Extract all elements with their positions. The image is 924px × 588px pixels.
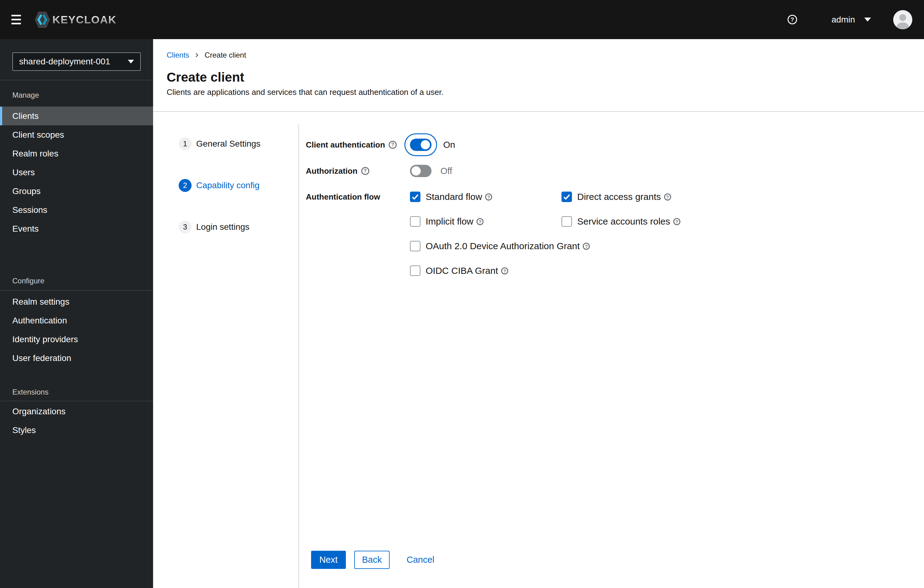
toggle-knob	[411, 166, 421, 175]
sidebar-divider	[0, 401, 153, 401]
user-dropdown[interactable]: admin	[832, 15, 871, 25]
client-authentication-toggle[interactable]	[410, 139, 432, 151]
toggle-knob	[421, 140, 430, 149]
back-button[interactable]: Back	[354, 551, 389, 569]
chevron-down-icon	[864, 18, 871, 21]
breadcrumb-clients-link[interactable]: Clients	[167, 51, 189, 59]
help-icon[interactable]: ?	[583, 243, 590, 250]
checkbox-box[interactable]	[410, 192, 421, 202]
help-icon[interactable]: ?	[485, 193, 492, 200]
realm-selector[interactable]: shared-deployment-001	[12, 52, 141, 71]
help-icon[interactable]: ?	[664, 193, 671, 200]
step-number-badge: 1	[179, 137, 191, 150]
page-description: Clients are applications and services th…	[167, 88, 924, 96]
menu-toggle-icon[interactable]	[12, 15, 21, 24]
sidebar-section-configure: Configure	[0, 276, 153, 286]
avatar-person-icon	[893, 10, 912, 29]
help-icon[interactable]: ?	[361, 167, 369, 175]
sidebar-section-extensions: Extensions	[0, 388, 153, 397]
wizard-step-capability-config[interactable]: 2 Capability config	[179, 178, 299, 193]
wizard-step-login-settings[interactable]: 3 Login settings	[179, 220, 299, 235]
brand-wordmark: KEYCLOAK	[52, 13, 116, 26]
checkbox-direct-access-grants[interactable]: Direct access grants ?	[561, 192, 924, 202]
sidebar-item-user-federation[interactable]: User federation	[0, 349, 153, 367]
keycloak-hexagon-icon	[35, 11, 50, 28]
sidebar: shared-deployment-001 Manage Clients Cli…	[0, 39, 153, 588]
capability-config-form: Client authentication ? On Authorization…	[299, 112, 924, 588]
username-label: admin	[832, 15, 855, 25]
main-content: Clients Create client Create client Clie…	[153, 39, 924, 588]
wizard-steps-nav: 1 General Settings 2 Capability config 3…	[153, 112, 299, 588]
authorization-row: Authorization ? Off	[306, 165, 924, 177]
check-icon	[563, 193, 571, 200]
sidebar-item-realm-roles[interactable]: Realm roles	[0, 144, 153, 163]
client-authentication-label: Client authentication ?	[306, 140, 404, 150]
next-button[interactable]: Next	[311, 551, 346, 569]
help-icon[interactable]: ?	[477, 218, 483, 225]
sidebar-item-client-scopes[interactable]: Client scopes	[0, 126, 153, 144]
checkbox-oauth-device-grant[interactable]: OAuth 2.0 Device Authorization Grant ?	[410, 241, 924, 251]
wizard-step-general-settings[interactable]: 1 General Settings	[179, 137, 299, 151]
keycloak-logo: KEYCLOAK	[35, 11, 116, 28]
sidebar-nav-manage: Clients Client scopes Realm roles Users …	[0, 107, 153, 238]
create-client-wizard: 1 General Settings 2 Capability config 3…	[153, 112, 924, 588]
checkbox-box[interactable]	[410, 216, 421, 227]
toggle-state-label: Off	[441, 166, 452, 176]
checkbox-box[interactable]	[410, 241, 421, 251]
checkbox-oidc-ciba-grant[interactable]: OIDC CIBA Grant ?	[410, 266, 924, 276]
help-icon[interactable]: ?	[673, 218, 680, 225]
wizard-footer: Next Back Cancel	[311, 551, 434, 569]
sidebar-item-authentication[interactable]: Authentication	[0, 311, 153, 330]
checkbox-box[interactable]	[561, 216, 572, 227]
page-title: Create client	[167, 69, 924, 85]
breadcrumb: Clients Create client	[153, 39, 924, 59]
authentication-flow-row: Authentication flow Standard flow ?	[306, 192, 924, 276]
sidebar-divider	[0, 80, 153, 80]
checkbox-standard-flow[interactable]: Standard flow ?	[410, 192, 561, 202]
sidebar-item-clients[interactable]: Clients	[0, 107, 153, 126]
avatar[interactable]	[893, 10, 912, 29]
client-authentication-toggle-focus-ring	[404, 133, 437, 156]
sidebar-nav-configure: Realm settings Authentication Identity p…	[0, 292, 153, 367]
checkbox-service-accounts-roles[interactable]: Service accounts roles ?	[561, 216, 924, 227]
sidebar-item-groups[interactable]: Groups	[0, 182, 153, 200]
chevron-down-icon	[128, 60, 134, 63]
help-icon[interactable]: ?	[501, 268, 508, 274]
sidebar-item-users[interactable]: Users	[0, 163, 153, 182]
chevron-right-icon	[194, 53, 198, 57]
authentication-flow-options: Standard flow ? Direct access grants ?	[410, 192, 924, 276]
breadcrumb-current: Create client	[205, 51, 246, 59]
checkbox-box[interactable]	[561, 192, 572, 202]
help-icon[interactable]: ?	[389, 141, 397, 149]
topbar-actions: ? admin	[787, 10, 912, 29]
toggle-state-label: On	[443, 140, 455, 150]
sidebar-item-sessions[interactable]: Sessions	[0, 200, 153, 219]
checkbox-implicit-flow[interactable]: Implicit flow ?	[410, 216, 561, 227]
client-authentication-row: Client authentication ? On	[306, 133, 924, 156]
sidebar-item-styles[interactable]: Styles	[0, 421, 153, 439]
authentication-flow-label: Authentication flow	[306, 192, 404, 202]
step-number-badge: 3	[179, 221, 191, 233]
authorization-toggle[interactable]	[410, 165, 432, 177]
sidebar-item-identity-providers[interactable]: Identity providers	[0, 330, 153, 349]
sidebar-divider	[0, 290, 153, 291]
sidebar-nav-extensions: Organizations Styles	[0, 402, 153, 439]
sidebar-item-organizations[interactable]: Organizations	[0, 402, 153, 421]
sidebar-section-manage: Manage	[0, 91, 153, 100]
authorization-label: Authorization ?	[306, 166, 404, 176]
cancel-button[interactable]: Cancel	[407, 551, 434, 569]
check-icon	[411, 193, 419, 200]
sidebar-item-events[interactable]: Events	[0, 219, 153, 238]
realm-selector-value: shared-deployment-001	[19, 57, 128, 66]
top-bar: KEYCLOAK ? admin	[0, 0, 924, 39]
step-number-badge: 2	[179, 179, 191, 192]
checkbox-box[interactable]	[410, 266, 421, 276]
sidebar-item-realm-settings[interactable]: Realm settings	[0, 292, 153, 311]
help-icon[interactable]: ?	[787, 15, 797, 24]
